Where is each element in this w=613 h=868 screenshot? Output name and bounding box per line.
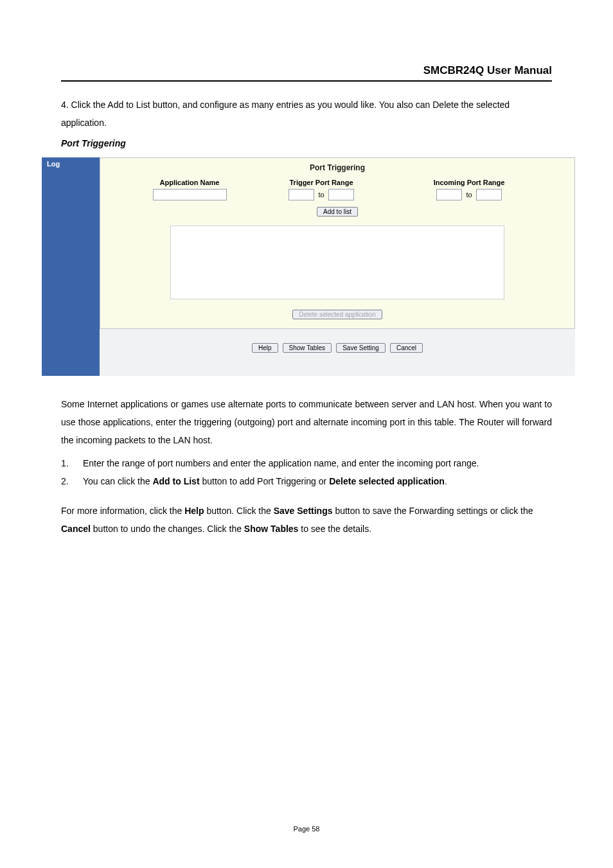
list-number: 2.: [61, 472, 83, 490]
delete-selected-application-button[interactable]: Delete selected application: [292, 310, 382, 319]
show-tables-button[interactable]: Show Tables: [283, 343, 332, 353]
main-panel: Port Triggering Application Name Trigger…: [100, 157, 575, 376]
text-frag: button to add Port Triggering or: [200, 476, 330, 486]
text-frag: button to save the Forwarding settings o…: [333, 506, 533, 516]
bold-show-tables: Show Tables: [244, 524, 299, 534]
text-frag: to see the details.: [298, 524, 371, 534]
text-frag: .: [445, 476, 447, 486]
bottom-button-bar: Help Show Tables Save Setting Cancel: [100, 329, 575, 376]
bold-help: Help: [184, 506, 204, 516]
col-header-application-name: Application Name: [151, 179, 228, 186]
closing-paragraph: For more information, click the Help but…: [61, 502, 552, 538]
list-item: 2. You can click the Add to List button …: [61, 472, 552, 490]
list-number: 1.: [61, 454, 83, 472]
page-number: Page 58: [0, 825, 613, 833]
application-name-input[interactable]: [153, 189, 227, 200]
trigger-port-from-input[interactable]: [289, 189, 314, 200]
sidebar: Log: [42, 157, 100, 376]
add-to-list-button[interactable]: Add to list: [317, 207, 358, 217]
help-button[interactable]: Help: [252, 343, 278, 353]
trigger-port-to-input[interactable]: [328, 189, 354, 200]
col-header-trigger-port-range: Trigger Port Range: [267, 179, 376, 186]
col-header-incoming-port-range: Incoming Port Range: [414, 179, 524, 186]
bold-save-settings: Save Settings: [274, 506, 333, 516]
text-frag: button to undo the changes. Click the: [91, 524, 244, 534]
application-listbox[interactable]: [170, 226, 504, 299]
section-subhead: Port Triggering: [61, 138, 552, 148]
trigger-to-label: to: [316, 191, 326, 199]
save-setting-button[interactable]: Save Setting: [336, 343, 386, 353]
cancel-button[interactable]: Cancel: [390, 343, 423, 353]
list-item: 1. Enter the range of port numbers and e…: [61, 454, 552, 472]
description-paragraph: Some Internet applications or games use …: [61, 395, 552, 449]
sidebar-item-log[interactable]: Log: [42, 157, 100, 170]
page-title: SMCBR24Q User Manual: [61, 64, 552, 82]
bold-delete-selected: Delete selected application: [329, 476, 445, 486]
bold-cancel: Cancel: [61, 524, 91, 534]
incoming-port-from-input[interactable]: [436, 189, 462, 200]
list-text: You can click the Add to List button to …: [83, 472, 447, 490]
intro-paragraph: 4. Click the Add to List button, and con…: [61, 96, 552, 132]
text-frag: You can click the: [83, 476, 152, 486]
embedded-screenshot: Log Port Triggering Application Name Tri…: [42, 157, 575, 376]
incoming-port-to-input[interactable]: [476, 189, 502, 200]
steps-list: 1. Enter the range of port numbers and e…: [61, 454, 552, 490]
incoming-to-label: to: [464, 191, 474, 199]
list-text: Enter the range of port numbers and ente…: [83, 454, 479, 472]
text-frag: button. Click the: [204, 506, 274, 516]
text-frag: For more information, click the: [61, 506, 184, 516]
intro-text: 4. Click the Add to List button, and con…: [61, 100, 510, 128]
panel-title: Port Triggering: [100, 158, 574, 179]
bold-add-to-list: Add to List: [152, 476, 199, 486]
